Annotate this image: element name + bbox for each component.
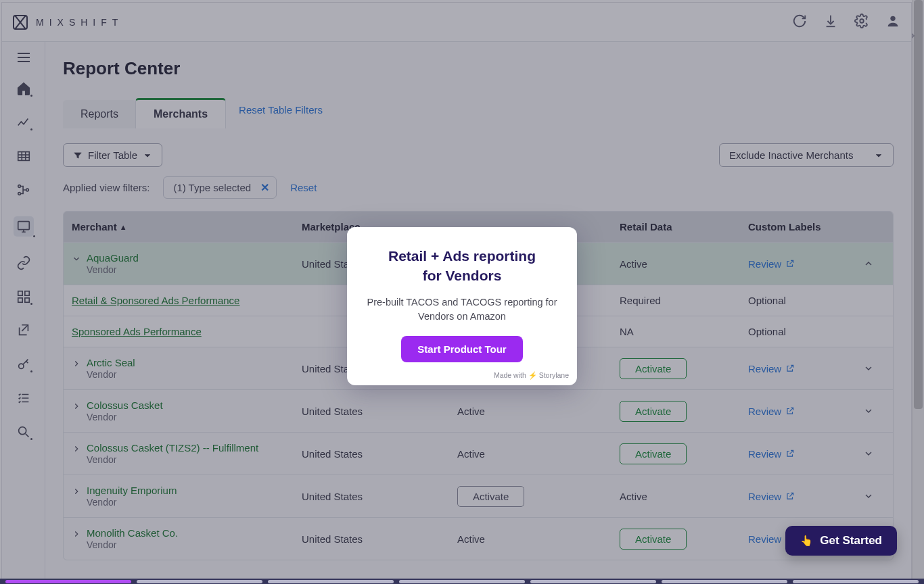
progress-segment[interactable] bbox=[662, 580, 787, 583]
modal-title: Retail + Ads reporting for Vendors bbox=[365, 246, 559, 286]
progress-segment[interactable] bbox=[399, 580, 525, 583]
get-started-button[interactable]: 👆 Get Started bbox=[785, 526, 897, 556]
progress-segment[interactable] bbox=[793, 580, 919, 583]
progress-segment[interactable] bbox=[530, 580, 656, 583]
progress-segment[interactable] bbox=[5, 580, 131, 583]
start-product-tour-button[interactable]: Start Product Tour bbox=[401, 336, 522, 362]
made-with-label: Made with ⚡ Storylane bbox=[494, 371, 569, 380]
product-tour-modal: Retail + Ads reporting for Vendors Pre-b… bbox=[347, 227, 577, 385]
progress-segment[interactable] bbox=[268, 580, 394, 583]
progress-segment[interactable] bbox=[137, 580, 262, 583]
get-started-label: Get Started bbox=[820, 534, 882, 548]
pointer-hand-icon: 👆 bbox=[800, 535, 813, 547]
tour-progress-bar bbox=[0, 579, 924, 584]
modal-body: Pre-built TACOS and TACOGS reporting for… bbox=[365, 295, 559, 324]
